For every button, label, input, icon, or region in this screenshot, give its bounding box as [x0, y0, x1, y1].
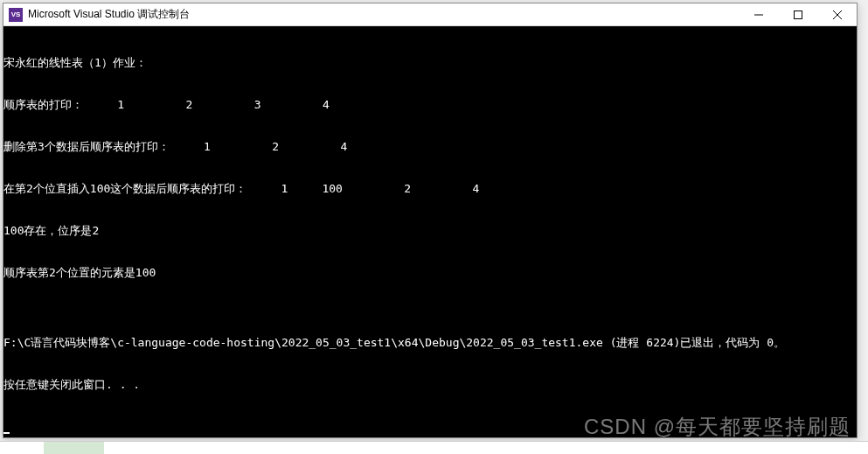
titlebar[interactable]: VS Microsoft Visual Studio 调试控制台	[3, 3, 857, 26]
console-line: 顺序表第2个位置的元素是100	[3, 266, 857, 280]
console-line: 在第2个位直插入100这个数据后顺序表的打印： 1 100 2 4	[3, 182, 857, 196]
console-output[interactable]: 宋永红的线性表（1）作业： 顺序表的打印： 1 2 3 4 删除第3个数据后顺序…	[3, 26, 857, 437]
console-line: 按任意键关闭此窗口. . .	[3, 378, 857, 392]
close-button[interactable]	[817, 3, 857, 25]
background-strip	[0, 441, 868, 454]
window-controls	[739, 3, 857, 25]
svg-rect-1	[794, 10, 802, 18]
console-line: 100存在，位序是2	[3, 224, 857, 238]
cursor-icon	[3, 432, 10, 434]
close-icon	[833, 10, 842, 19]
maximize-button[interactable]	[778, 3, 817, 25]
window-title: Microsoft Visual Studio 调试控制台	[28, 7, 739, 22]
cursor-line	[3, 420, 857, 434]
console-line: 删除第3个数据后顺序表的打印： 1 2 4	[3, 140, 857, 154]
minimize-icon	[754, 10, 763, 19]
app-icon: VS	[9, 8, 23, 22]
console-line: 宋永红的线性表（1）作业：	[3, 56, 857, 70]
console-line: 顺序表的打印： 1 2 3 4	[3, 98, 857, 112]
minimize-button[interactable]	[739, 3, 778, 25]
maximize-icon	[794, 10, 802, 19]
console-window: VS Microsoft Visual Studio 调试控制台 宋永红的线性表…	[3, 3, 858, 438]
console-line: F:\C语言代码块博客\c-language-code-hosting\2022…	[3, 336, 857, 350]
